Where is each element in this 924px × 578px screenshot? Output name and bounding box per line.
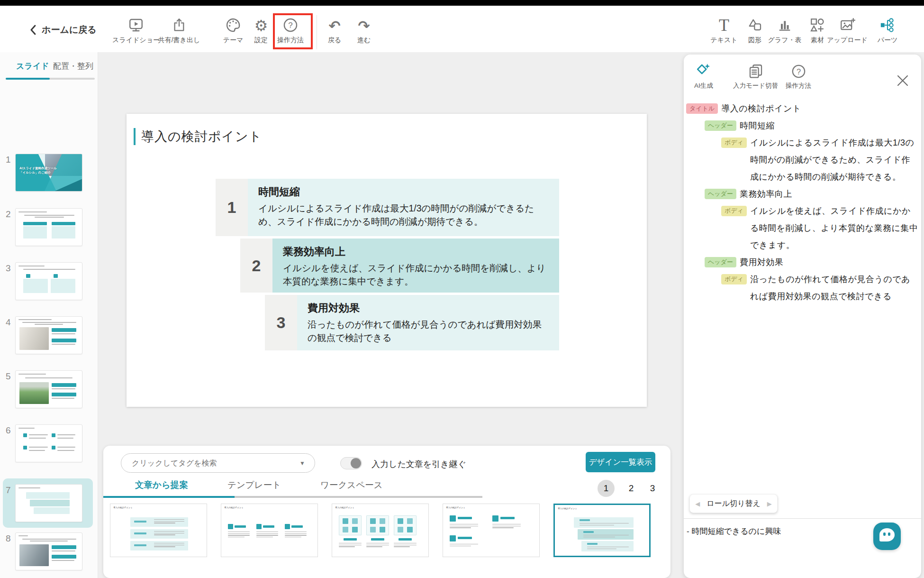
toggle-knob: [351, 458, 361, 468]
step-number: 2: [240, 239, 272, 293]
slide-title-block[interactable]: 導入の検討ポイント: [134, 128, 262, 145]
upload-label: アップロード: [827, 36, 868, 45]
share-export-label: 共有/書き出し: [158, 36, 200, 45]
ai-sparkle-icon: [695, 63, 712, 79]
chat-support-button[interactable]: [873, 523, 901, 550]
palette-icon: [225, 16, 241, 33]
ai-generate-label: AI生成: [694, 82, 713, 90]
outline-line-body[interactable]: ボディ 沿ったものが作れて価格が見合うのであれば費用対効果の観点で検討できる: [684, 271, 921, 305]
step-header: 業務効率向上: [283, 245, 550, 259]
input-mode-switch-label: 入力モード切替: [733, 82, 778, 90]
title-accent-bar: [134, 128, 136, 145]
slide-thumbnail-7[interactable]: [15, 484, 82, 522]
svg-text:?: ?: [288, 21, 292, 30]
design-suggestion-panel: ▼ 入力した文章を引き継ぐ デザイン一覧表示 文章から提案 テンプレート ワーク…: [103, 446, 670, 578]
slide-thumbnail-8[interactable]: [15, 532, 82, 570]
step-item-1[interactable]: 1 時間短縮 イルシルによるスライド作成は最大1/3の時間がの削減ができるため、…: [216, 179, 559, 236]
design-thumbnail-5-selected[interactable]: 導入の検討ポイント: [553, 504, 651, 557]
step-item-2[interactable]: 2 業務効率向上 イルシルを使えば、スライド作成にかかる時間を削減し、より本質的…: [240, 239, 559, 293]
tag-header: ヘッダー: [705, 120, 736, 131]
page-button-2[interactable]: 2: [623, 480, 640, 497]
canvas-slide[interactable]: 導入の検討ポイント 1 時間短縮 イルシルによるスライド作成は最大1/3の時間が…: [127, 114, 647, 407]
slide-title: 導入の検討ポイント: [141, 128, 262, 145]
parts-diagram-icon: [879, 16, 896, 33]
design-tab-underline: [103, 496, 482, 498]
panel-help-button[interactable]: ? 操作方法: [786, 63, 811, 90]
design-thumbnail-3[interactable]: 導入の検討ポイント: [332, 504, 429, 557]
slide-thumbnail-2[interactable]: [15, 208, 82, 246]
slide-number: 8: [6, 533, 11, 544]
slide-sidebar: スライド 配置・整列 1 AIスライド資料作成ツール 「イルシル」のご紹介 2: [0, 52, 98, 578]
slide-thumbnail-6[interactable]: [15, 424, 82, 462]
design-thumbnail-4[interactable]: 導入の検討ポイント: [443, 504, 540, 557]
tag-search-field[interactable]: ▼: [121, 453, 315, 473]
slide-number: 2: [6, 209, 11, 220]
carry-over-toggle-label: 入力した文章を引き継ぐ: [371, 459, 466, 470]
chevron-left-icon[interactable]: ◀: [695, 500, 700, 507]
tab-arrange[interactable]: 配置・整列: [53, 61, 93, 72]
slideshow-label: スライドショー: [112, 36, 160, 45]
dropdown-caret-icon[interactable]: ▼: [299, 460, 305, 467]
back-to-home-button[interactable]: ホームに戻る: [29, 24, 97, 36]
slide-number: 1: [6, 155, 11, 165]
step-body-text: イルシルによるスライド作成は最大1/3の時間がの削減ができるため、スライド作成に…: [258, 202, 550, 228]
redo-button[interactable]: ↷ 進む: [342, 16, 386, 45]
insert-shape-label: 図形: [748, 36, 761, 45]
ai-generate-button[interactable]: AI生成: [694, 63, 713, 90]
tag-title: タイトル: [686, 103, 718, 114]
panel-divider: [684, 518, 921, 519]
undo-icon: ↶: [328, 16, 340, 33]
page-button-3[interactable]: 3: [644, 480, 661, 497]
upload-button[interactable]: アップロード: [825, 16, 869, 45]
tab-suggest-from-text[interactable]: 文章から提案: [135, 479, 188, 491]
tag-search-input[interactable]: [132, 454, 293, 472]
tag-header: ヘッダー: [705, 257, 736, 267]
step-item-3[interactable]: 3 費用対効果 沿ったものが作れて価格が見合うのであれば費用対効果の観点で検討で…: [265, 295, 559, 350]
help-button[interactable]: ? 操作方法: [269, 16, 312, 45]
slide-number: 3: [6, 263, 11, 274]
slide-thumbnail-5[interactable]: [15, 370, 82, 408]
memo-text: - 時間短縮できるのに興味: [687, 526, 781, 537]
tag-body: ボディ: [721, 274, 747, 284]
back-label: ホームに戻る: [42, 24, 97, 36]
help-label: 操作方法: [277, 36, 304, 45]
redo-label: 進む: [357, 36, 371, 45]
slide1-title-text: AIスライド資料作成ツール 「イルシル」のご紹介: [19, 166, 63, 175]
slide-number: 6: [6, 425, 11, 436]
outline-line-header[interactable]: ヘッダー 業務効率向上: [684, 185, 921, 202]
design-thumbnail-1[interactable]: 導入の検討ポイント: [110, 504, 207, 557]
page-button-1[interactable]: 1: [598, 480, 615, 497]
image-upload-icon: [839, 16, 855, 33]
design-list-button[interactable]: デザイン一覧表示: [586, 452, 655, 472]
chevron-left-icon: [29, 24, 37, 36]
slide-thumbnail-1[interactable]: AIスライド資料作成ツール 「イルシル」のご紹介: [15, 154, 82, 192]
outline-line-body[interactable]: ボディ イルシルを使えば、スライド作成にかかる時間を削減し、より本質的な業務に集…: [684, 202, 921, 254]
tab-workspace[interactable]: ワークスペース: [320, 479, 383, 491]
outline-line-title[interactable]: タイトル 導入の検討ポイント: [684, 100, 921, 117]
bar-chart-icon: [777, 16, 792, 33]
slideshow-button[interactable]: スライドショー: [114, 16, 158, 45]
role-switch-button[interactable]: ◀ ロール切り替え ▶: [689, 494, 778, 513]
tab-slides[interactable]: スライド: [16, 61, 49, 72]
slide-thumbnail-4[interactable]: [15, 316, 82, 354]
insert-parts-button[interactable]: パーツ: [866, 16, 909, 45]
tab-template[interactable]: テンプレート: [227, 479, 281, 491]
slide-thumbnail-3[interactable]: [15, 262, 82, 300]
redo-icon: ↷: [358, 16, 370, 33]
share-export-button[interactable]: 共有/書き出し: [157, 16, 201, 45]
chevron-right-icon[interactable]: ▶: [767, 500, 772, 507]
close-panel-button[interactable]: [896, 73, 910, 88]
panel-help-label: 操作方法: [786, 82, 811, 90]
top-black-strip: [0, 0, 924, 6]
carry-over-toggle[interactable]: [340, 457, 362, 469]
input-mode-switch-button[interactable]: 入力モード切替: [733, 63, 778, 90]
outline-line-header[interactable]: ヘッダー 費用対効果: [684, 254, 921, 271]
outline-line-header[interactable]: ヘッダー 時間短縮: [684, 117, 921, 134]
slide-number: 7: [6, 485, 11, 495]
outline-line-body[interactable]: ボディ イルシルによるスライド作成は最大1/3の時間がの削減ができるため、スライ…: [684, 134, 921, 185]
app-root: ホームに戻る スライドショー 共有/書き出し テーマ ⚙ 設定: [0, 0, 924, 578]
step-number: 3: [265, 295, 297, 350]
step-header: 費用対効果: [308, 301, 550, 315]
design-thumbnail-2[interactable]: 導入の検討ポイント: [221, 504, 318, 557]
undo-label: 戻る: [328, 36, 341, 45]
